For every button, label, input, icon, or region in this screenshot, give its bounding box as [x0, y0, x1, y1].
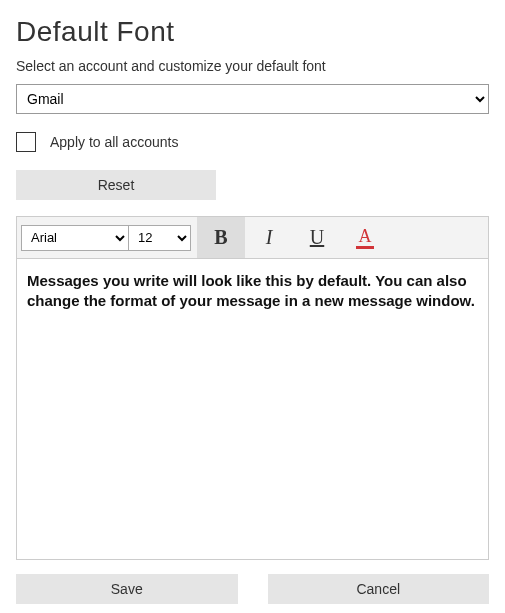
format-toolbar: Arial 12 B I U A [17, 217, 488, 259]
page-title: Default Font [16, 16, 489, 48]
font-family-select[interactable]: Arial [21, 225, 129, 251]
cancel-button[interactable]: Cancel [268, 574, 490, 604]
save-button[interactable]: Save [16, 574, 238, 604]
italic-icon: I [266, 226, 273, 249]
editor-container: Arial 12 B I U A Messages you write will… [16, 216, 489, 560]
font-color-icon: A [356, 227, 374, 249]
underline-button[interactable]: U [293, 217, 341, 258]
font-size-select[interactable]: 12 [129, 225, 191, 251]
preview-textarea[interactable]: Messages you write will look like this b… [17, 259, 488, 559]
italic-button[interactable]: I [245, 217, 293, 258]
page-subtitle: Select an account and customize your def… [16, 58, 489, 74]
font-color-button[interactable]: A [341, 217, 389, 258]
bold-button[interactable]: B [197, 217, 245, 258]
account-select[interactable]: Gmail [16, 84, 489, 114]
reset-button[interactable]: Reset [16, 170, 216, 200]
underline-icon: U [310, 226, 324, 249]
bold-icon: B [214, 226, 227, 249]
apply-all-checkbox[interactable] [16, 132, 36, 152]
apply-all-label: Apply to all accounts [50, 134, 178, 150]
